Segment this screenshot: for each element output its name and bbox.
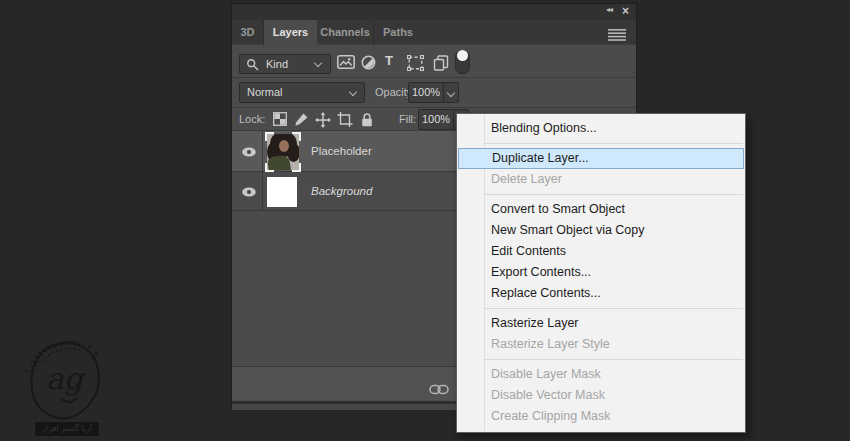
smart-object-filter-icon[interactable] [433, 55, 449, 71]
kind-filter-dropdown[interactable]: Kind [239, 54, 331, 74]
search-icon [246, 58, 260, 72]
menu-separator [485, 308, 743, 309]
pixel-layer-filter-icon[interactable] [337, 55, 355, 69]
selection-bracket [265, 163, 274, 172]
opacity-field[interactable]: 100% [408, 82, 444, 103]
tab-paths[interactable]: Paths [374, 20, 422, 45]
menu-item-new-smart-object-via-copy[interactable]: New Smart Object via Copy [457, 220, 745, 241]
toggle-ball [457, 50, 468, 61]
tab-layers[interactable]: Layers [264, 20, 317, 45]
lock-transparency-icon[interactable] [273, 112, 287, 126]
close-panel-icon[interactable]: × [622, 4, 629, 19]
panel-tabbar: 3D Layers Channels Paths [232, 20, 636, 45]
menu-separator [485, 143, 743, 144]
menu-item-edit-contents[interactable]: Edit Contents [457, 241, 745, 262]
chevron-down-icon [314, 59, 322, 67]
collapse-panel-icon[interactable]: ◂◂ [606, 5, 612, 14]
panel-titlebar: ◂◂ × [232, 4, 636, 20]
menu-item-delete-layer[interactable]: Delete Layer [457, 169, 745, 190]
kind-filter-label: Kind [266, 55, 288, 73]
chevron-down-icon [349, 88, 357, 96]
layer-thumbnail[interactable] [267, 177, 297, 207]
menu-item-duplicate-layer[interactable]: Duplicate Layer... [458, 148, 744, 169]
lock-all-icon[interactable] [360, 112, 374, 127]
blend-mode-value: Normal [247, 83, 282, 102]
menu-item-convert-to-smart-object[interactable]: Convert to Smart Object [457, 199, 745, 220]
menu-separator [485, 194, 743, 195]
watermark-logo: ag آریا گستر افزار [6, 333, 118, 441]
tab-channels[interactable]: Channels [317, 20, 374, 45]
svg-text:ag: ag [46, 361, 87, 396]
lock-label: Lock: [239, 113, 265, 125]
selection-bracket [265, 132, 274, 141]
lock-position-icon[interactable] [315, 112, 331, 128]
visibility-eye-icon[interactable] [241, 186, 257, 198]
watermark-face-icon: ag [6, 333, 118, 425]
blend-mode-dropdown[interactable]: Normal [239, 82, 365, 103]
menu-item-export-contents[interactable]: Export Contents... [457, 262, 745, 283]
menu-item-disable-layer-mask[interactable]: Disable Layer Mask [457, 364, 745, 385]
shape-layer-filter-icon[interactable] [407, 55, 424, 71]
layer-name[interactable]: Placeholder [311, 145, 372, 157]
link-layers-icon[interactable] [429, 383, 449, 396]
chevron-down-icon [447, 89, 455, 97]
tab-3d[interactable]: 3D [232, 20, 264, 45]
filter-row: Kind T [232, 45, 636, 78]
selection-bracket [292, 132, 301, 141]
type-layer-filter-icon[interactable]: T [385, 54, 393, 68]
adjustment-layer-filter-icon[interactable] [361, 55, 376, 70]
blend-row: Normal Opacity: 100% [232, 78, 636, 108]
visibility-eye-icon[interactable] [241, 146, 257, 158]
menu-item-disable-vector-mask[interactable]: Disable Vector Mask [457, 385, 745, 406]
lock-image-brush-icon[interactable] [294, 112, 309, 127]
white-thumbnail-image [267, 177, 297, 207]
filtering-toggle[interactable] [455, 50, 470, 74]
menu-item-rasterize-layer[interactable]: Rasterize Layer [457, 313, 745, 334]
fill-label: Fill: [399, 113, 416, 125]
menu-item-blending-options[interactable]: Blending Options... [457, 118, 745, 139]
divider [262, 131, 263, 211]
watermark-text: آریا گستر افزار [34, 421, 100, 437]
opacity-chevron-button[interactable] [444, 82, 459, 103]
lock-artboard-icon[interactable] [337, 112, 353, 127]
menu-separator [485, 359, 743, 360]
layer-thumbnail[interactable] [267, 134, 299, 170]
layer-context-menu: Blending Options... Duplicate Layer... D… [456, 113, 746, 433]
layer-name[interactable]: Background [311, 185, 372, 197]
menu-item-rasterize-layer-style[interactable]: Rasterize Layer Style [457, 334, 745, 355]
menu-item-replace-contents[interactable]: Replace Contents... [457, 283, 745, 304]
selection-bracket [292, 163, 301, 172]
menu-item-create-clipping-mask[interactable]: Create Clipping Mask [457, 406, 745, 427]
fill-field[interactable]: 100% [418, 109, 454, 130]
panel-menu-icon[interactable] [608, 27, 626, 45]
screenshot-stage: ag آریا گستر افزار ◂◂ × 3D Layers Channe… [0, 0, 850, 441]
